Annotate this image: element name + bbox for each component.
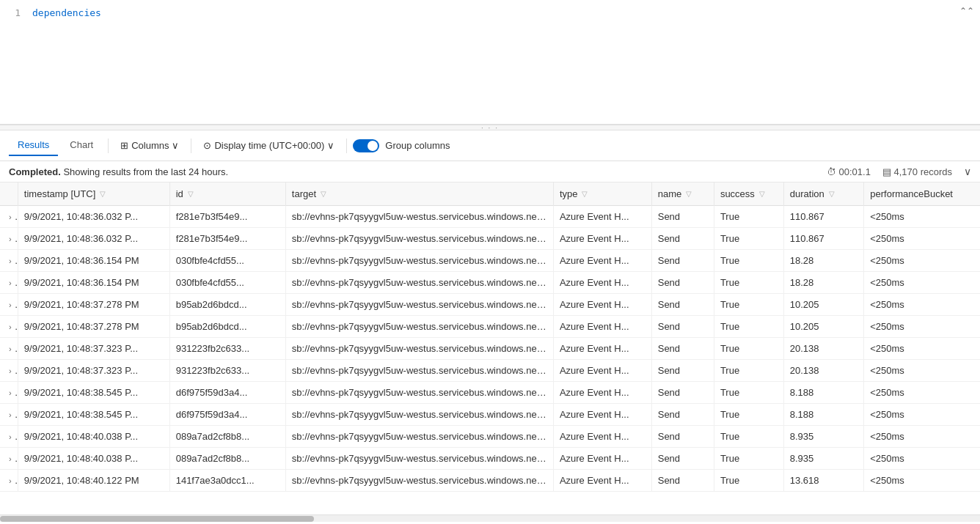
cell-name: Send bbox=[651, 272, 714, 294]
th-id[interactable]: id ▽ bbox=[169, 182, 285, 206]
cell-target: sb://evhns-pk7qsyygvl5uw-westus.serviceb… bbox=[285, 360, 553, 382]
table-row[interactable]: ›9/9/2021, 10:48:38.545 P...d6f975f59d3a… bbox=[0, 382, 980, 404]
cell-id: 030fbfe4cfd55... bbox=[169, 250, 285, 272]
th-success[interactable]: success ▽ bbox=[714, 182, 783, 206]
expand-row-button[interactable]: › bbox=[6, 388, 15, 397]
cell-performanceBucket: <250ms bbox=[864, 360, 980, 382]
cell-performanceBucket: <250ms bbox=[864, 206, 980, 228]
cell-timestamp: 9/9/2021, 10:48:36.154 PM bbox=[18, 272, 169, 294]
status-bar: Completed. Showing results from the last… bbox=[0, 161, 980, 182]
records-value: 4,170 records bbox=[894, 166, 953, 177]
cell-performanceBucket: <250ms bbox=[864, 470, 980, 492]
cell-id: b95ab2d6bdcd... bbox=[169, 316, 285, 338]
cell-performanceBucket: <250ms bbox=[864, 426, 980, 448]
table-row[interactable]: ›9/9/2021, 10:48:37.323 P...931223fb2c63… bbox=[0, 360, 980, 382]
cell-success: True bbox=[714, 470, 783, 492]
table-row[interactable]: ›9/9/2021, 10:48:38.545 P...d6f975f59d3a… bbox=[0, 404, 980, 426]
th-performance-bucket[interactable]: performanceBucket bbox=[864, 182, 980, 206]
cell-success: True bbox=[714, 426, 783, 448]
th-type-label: type bbox=[560, 188, 578, 199]
cell-duration: 8.188 bbox=[783, 404, 864, 426]
cell-target: sb://evhns-pk7qsyygvl5uw-westus.serviceb… bbox=[285, 382, 553, 404]
th-duration[interactable]: duration ▽ bbox=[783, 182, 864, 206]
status-text: Completed. Showing results from the last… bbox=[9, 166, 228, 177]
table-row[interactable]: ›9/9/2021, 10:48:36.154 PM030fbfe4cfd55.… bbox=[0, 250, 980, 272]
header-row: timestamp [UTC] ▽ id ▽ target ▽ bbox=[0, 182, 980, 206]
cell-duration: 110.867 bbox=[783, 206, 864, 228]
columns-icon: ⊞ bbox=[120, 140, 128, 151]
expand-row-button[interactable]: › bbox=[6, 300, 15, 309]
cell-success: True bbox=[714, 448, 783, 470]
cell-performanceBucket: <250ms bbox=[864, 404, 980, 426]
horizontal-scrollbar[interactable] bbox=[0, 514, 980, 522]
expand-row-button[interactable]: › bbox=[6, 366, 15, 375]
query-editor: 1 dependencies ⌃⌃ bbox=[0, 0, 980, 125]
table-row[interactable]: ›9/9/2021, 10:48:36.032 P...f281e7b3f54e… bbox=[0, 228, 980, 250]
table-row[interactable]: ›9/9/2021, 10:48:40.038 P...089a7ad2cf8b… bbox=[0, 426, 980, 448]
filter-id-icon[interactable]: ▽ bbox=[188, 190, 194, 198]
cell-type: Azure Event H... bbox=[553, 338, 651, 360]
collapse-button[interactable]: ⌃⌃ bbox=[959, 6, 974, 16]
cell-id: 141f7ae3a0dcc1... bbox=[169, 470, 285, 492]
columns-label: Columns bbox=[131, 140, 169, 151]
table-row[interactable]: ›9/9/2021, 10:48:37.278 PMb95ab2d6bdcd..… bbox=[0, 294, 980, 316]
cell-timestamp: 9/9/2021, 10:48:36.032 P... bbox=[18, 206, 169, 228]
expand-row-button[interactable]: › bbox=[6, 454, 15, 463]
scrollbar-thumb[interactable] bbox=[0, 516, 314, 522]
cell-duration: 10.205 bbox=[783, 316, 864, 338]
table-row[interactable]: ›9/9/2021, 10:48:36.032 P...f281e7b3f54e… bbox=[0, 206, 980, 228]
cell-timestamp: 9/9/2021, 10:48:37.323 P... bbox=[18, 360, 169, 382]
query-line: 1 dependencies bbox=[9, 6, 971, 21]
group-columns-toggle[interactable] bbox=[353, 139, 379, 152]
tab-results[interactable]: Results bbox=[9, 135, 58, 156]
clock-icon: ⊙ bbox=[203, 140, 211, 151]
row-expand-cell: › bbox=[0, 470, 18, 492]
table-row[interactable]: ›9/9/2021, 10:48:40.122 PM141f7ae3a0dcc1… bbox=[0, 470, 980, 492]
cell-type: Azure Event H... bbox=[553, 360, 651, 382]
toolbar-separator-3 bbox=[346, 139, 347, 153]
table-row[interactable]: ›9/9/2021, 10:48:40.038 P...089a7ad2cf8b… bbox=[0, 448, 980, 470]
expand-row-button[interactable]: › bbox=[6, 344, 15, 353]
filter-type-icon[interactable]: ▽ bbox=[582, 190, 588, 198]
filter-name-icon[interactable]: ▽ bbox=[686, 190, 692, 198]
expand-row-button[interactable]: › bbox=[6, 322, 15, 331]
cell-type: Azure Event H... bbox=[553, 404, 651, 426]
th-timestamp[interactable]: timestamp [UTC] ▽ bbox=[18, 182, 169, 206]
expand-row-button[interactable]: › bbox=[6, 410, 15, 419]
cell-name: Send bbox=[651, 316, 714, 338]
table-row[interactable]: ›9/9/2021, 10:48:36.154 PM030fbfe4cfd55.… bbox=[0, 272, 980, 294]
cell-id: d6f975f59d3a4... bbox=[169, 404, 285, 426]
row-expand-cell: › bbox=[0, 294, 18, 316]
expand-row-button[interactable]: › bbox=[6, 257, 15, 265]
th-perf-label: performanceBucket bbox=[870, 188, 953, 199]
cell-target: sb://evhns-pk7qsyygvl5uw-westus.serviceb… bbox=[285, 404, 553, 426]
query-code[interactable]: dependencies bbox=[32, 6, 101, 21]
expand-row-button[interactable]: › bbox=[6, 278, 15, 287]
cell-duration: 8.935 bbox=[783, 448, 864, 470]
table-row[interactable]: ›9/9/2021, 10:48:37.323 P...931223fb2c63… bbox=[0, 338, 980, 360]
cell-timestamp: 9/9/2021, 10:48:37.323 P... bbox=[18, 338, 169, 360]
filter-timestamp-icon[interactable]: ▽ bbox=[100, 190, 106, 198]
cell-name: Send bbox=[651, 448, 714, 470]
expand-status-button[interactable]: ∨ bbox=[964, 166, 971, 177]
filter-success-icon[interactable]: ▽ bbox=[759, 190, 765, 198]
results-table: timestamp [UTC] ▽ id ▽ target ▽ bbox=[0, 182, 980, 492]
drag-handle[interactable]: · · · bbox=[0, 125, 980, 130]
filter-duration-icon[interactable]: ▽ bbox=[829, 190, 835, 198]
cell-duration: 18.28 bbox=[783, 250, 864, 272]
cell-name: Send bbox=[651, 338, 714, 360]
results-container[interactable]: timestamp [UTC] ▽ id ▽ target ▽ bbox=[0, 182, 980, 514]
th-target[interactable]: target ▽ bbox=[285, 182, 553, 206]
filter-target-icon[interactable]: ▽ bbox=[321, 190, 326, 198]
expand-row-button[interactable]: › bbox=[6, 235, 15, 243]
tab-chart[interactable]: Chart bbox=[61, 135, 102, 156]
expand-row-button[interactable]: › bbox=[6, 476, 15, 485]
expand-row-button[interactable]: › bbox=[6, 432, 15, 441]
display-time-button[interactable]: ⊙ Display time (UTC+00:00) ∨ bbox=[197, 137, 340, 154]
table-row[interactable]: ›9/9/2021, 10:48:37.278 PMb95ab2d6bdcd..… bbox=[0, 316, 980, 338]
display-time-label: Display time (UTC+00:00) bbox=[214, 140, 324, 151]
expand-row-button[interactable]: › bbox=[6, 213, 15, 221]
th-name[interactable]: name ▽ bbox=[651, 182, 714, 206]
columns-button[interactable]: ⊞ Columns ∨ bbox=[114, 137, 185, 154]
th-type[interactable]: type ▽ bbox=[553, 182, 651, 206]
